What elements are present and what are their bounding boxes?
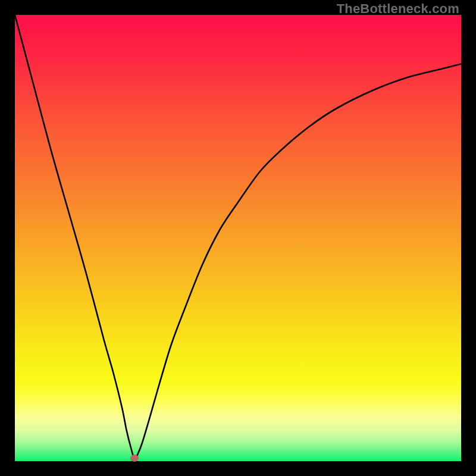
bottleneck-curve [15, 15, 461, 461]
watermark-text: TheBottleneck.com [337, 1, 459, 17]
plot-frame [15, 15, 461, 461]
optimum-marker-dot [130, 455, 139, 462]
